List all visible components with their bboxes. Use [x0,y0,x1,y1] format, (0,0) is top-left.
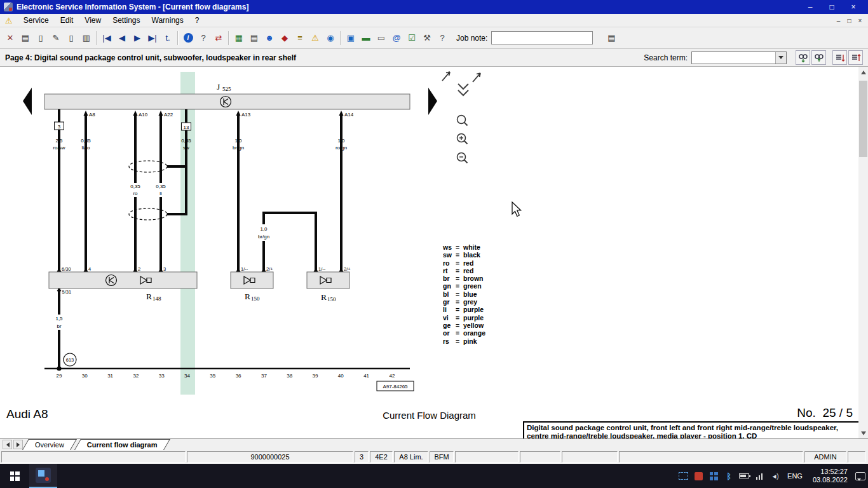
help-edit-button[interactable]: ? [435,30,450,46]
status-engine-code: BFM [430,451,454,463]
checklist-button[interactable]: ☑ [404,30,419,46]
zoom-tool-icon[interactable] [458,116,468,126]
last-page-button[interactable]: ▶| [145,30,160,46]
folder-button[interactable]: ▬ [358,30,374,46]
svg-text:2: 2 [138,266,140,272]
legend-entry: or=orange [443,329,485,337]
copy-document-button[interactable]: ▯ [64,30,79,46]
pointer-arrow-icon-2[interactable] [473,73,480,82]
legend-entry: sw=black [443,251,485,259]
document-title: Current Flow Diagram [0,410,858,421]
tab-overview[interactable]: Overview [24,439,76,450]
grid-button[interactable]: ▤ [247,30,262,46]
zoom-out-icon[interactable] [458,153,468,163]
previous-page-icon: ◀ [119,34,125,42]
grid-icon: ▤ [250,34,258,42]
remote-session-icon[interactable] [675,464,691,488]
table-button[interactable]: ▦ [231,30,247,46]
mouse-cursor [512,201,523,218]
globe-button[interactable]: ◉ [323,30,338,46]
menu-settings[interactable]: Settings [107,15,146,26]
next-page-icon: ▶ [134,34,140,42]
previous-diagram-arrow[interactable] [23,88,32,115]
double-chevron-down-icon[interactable] [458,84,468,95]
warning-button[interactable]: ⚠ [308,30,323,46]
next-page-button[interactable]: ▶ [130,30,145,46]
combobox-dropdown-button[interactable] [775,52,786,64]
list-button[interactable]: ≡ [292,30,308,46]
next-diagram-arrow[interactable] [428,88,437,115]
status-order-number: 9000000025 [187,451,353,463]
help-edit-icon: ? [440,34,444,42]
zoom-in-icon[interactable] [458,134,468,144]
vm-tray-icon[interactable] [706,464,721,488]
transfer-button[interactable]: ⇄ [211,30,226,46]
svg-text:1/--: 1/-- [318,266,326,272]
search-term-combobox[interactable] [691,51,787,64]
tab-scroll-left-button[interactable] [3,440,12,449]
first-page-button[interactable]: |◀ [99,30,114,46]
users-button[interactable]: ☻ [262,30,277,46]
scroll-up-button[interactable] [858,67,868,77]
clock[interactable]: 13:52:27 03.08.2022 [808,468,853,484]
monitor-button[interactable]: ▣ [343,30,358,46]
security-tray-icon[interactable] [691,464,706,488]
volume-icon[interactable]: ◄) [767,464,782,488]
network-icon[interactable] [752,464,767,488]
battery-icon[interactable] [736,464,752,488]
hitlist-previous-button[interactable] [832,50,847,65]
pointer-arrow-icon[interactable] [442,72,450,81]
system-tray: ᛒ ◄) ENG 13:52:27 03.08.2022 [675,464,868,488]
previous-page-button[interactable]: ◀ [114,30,130,46]
minimize-button[interactable]: – [799,1,821,13]
info-button[interactable]: i [180,30,196,46]
first-page-icon: |◀ [102,34,111,42]
edit-document-button[interactable]: ✎ [48,30,64,46]
vehicle-button[interactable]: ▭ [374,30,389,46]
bluetooth-icon[interactable]: ᛒ [721,464,736,488]
user-note-button[interactable]: @ [389,30,404,46]
job-note-save-button[interactable]: ▤ [603,30,620,46]
hitlist-next-button[interactable] [848,50,863,65]
catalog-button[interactable]: ◆ [277,30,292,46]
menu-view[interactable]: View [79,15,107,26]
status-cell-empty [848,451,865,463]
search-previous-button[interactable] [796,50,810,65]
menu-edit[interactable]: Edit [55,15,79,26]
tab-scroll-right-button[interactable] [13,440,23,449]
language-indicator[interactable]: ENG [782,464,808,488]
taskbar-elsawin-button[interactable] [29,464,57,488]
maximize-button[interactable]: □ [821,1,843,13]
scrollbar-thumb[interactable] [859,81,867,157]
notification-center-icon[interactable] [853,464,868,488]
svg-text:2/+: 2/+ [344,266,351,272]
track-numbers: 2930313233343536373839404142 [57,373,395,379]
scroll-down-button[interactable] [858,428,868,438]
start-button[interactable] [0,464,29,488]
menu-service[interactable]: Service [18,15,55,26]
wire-bridge-br-gn: 1,0 br/gn [254,213,316,272]
history-button[interactable]: t. [160,30,175,46]
title-bar: Electronic Service Information System - … [0,0,868,14]
svg-text:150: 150 [251,295,260,302]
menu-help[interactable]: ? [189,15,205,26]
vertical-scrollbar[interactable] [858,67,868,438]
job-note-input[interactable] [491,31,593,44]
search-next-button[interactable] [811,50,826,65]
menu-warnings[interactable]: Warnings [146,15,189,26]
svg-text:613: 613 [66,357,74,363]
service-tools-button[interactable]: ⚒ [419,30,435,46]
tab-current-flow-diagram[interactable]: Current flow diagram [76,439,169,450]
print-preview-button[interactable]: ▥ [79,30,94,46]
component-r150-right: R 150 [307,272,349,302]
exit-button[interactable]: ✕ [3,30,18,46]
svg-text:1,0: 1,0 [234,138,242,144]
mdi-close-button[interactable]: × [855,16,865,25]
print-button[interactable]: ▤ [18,30,33,46]
mdi-minimize-button[interactable]: – [833,16,844,25]
legend-entry: ro=red [443,259,485,267]
new-document-button[interactable]: ▯ [33,30,48,46]
close-button[interactable]: × [843,1,864,13]
help-button[interactable]: ? [196,30,211,46]
mdi-restore-button[interactable]: □ [844,16,855,25]
